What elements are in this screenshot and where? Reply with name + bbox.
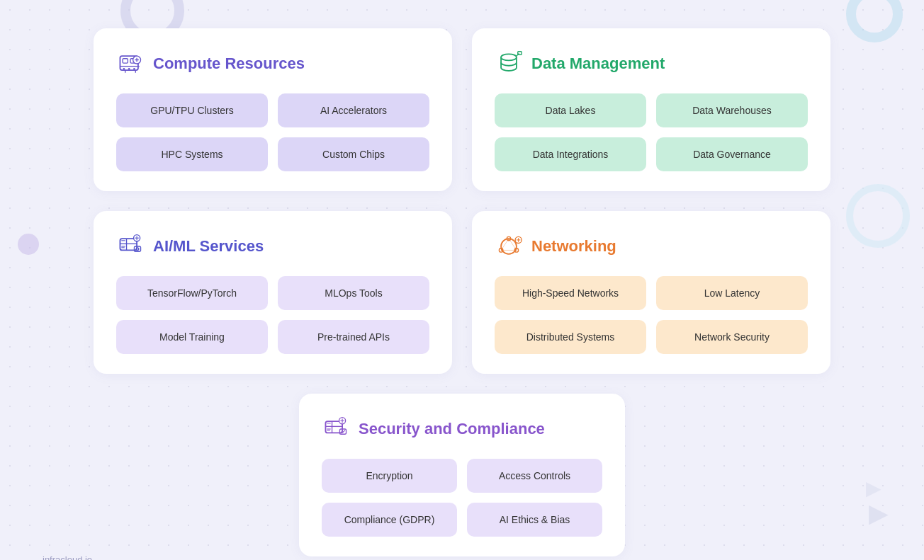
aiml-icon [116, 232, 145, 261]
networking-card: Networking High-Speed Networks Low Laten… [472, 211, 830, 374]
data-management-title: Data Management [531, 55, 665, 73]
data-management-card-header: Data Management [495, 50, 808, 78]
chip-data-warehouses: Data Warehouses [656, 93, 808, 127]
compute-items-grid: GPU/TPU Clusters AI Accelerators HPC Sys… [116, 93, 429, 171]
chip-tensorflow: TensorFlow/PyTorch [116, 276, 268, 310]
aiml-title: AI/ML Services [153, 237, 264, 256]
chip-encryption: Encryption [322, 459, 457, 493]
bg-circle-mid-left [18, 234, 39, 255]
security-items-grid: Encryption Access Controls Compliance (G… [322, 459, 602, 537]
svg-point-5 [128, 68, 130, 70]
data-management-card: Data Management Data Lakes Data Warehous… [472, 28, 830, 191]
compute-card-header: Compute Resources [116, 50, 429, 78]
svg-point-19 [136, 248, 139, 251]
svg-point-4 [123, 68, 125, 70]
chip-ai-ethics-bias: AI Ethics & Bias [467, 503, 602, 537]
chip-custom-chips: Custom Chips [278, 137, 429, 171]
compute-card: Compute Resources GPU/TPU Clusters AI Ac… [94, 28, 452, 191]
svg-rect-14 [518, 52, 522, 55]
chip-compliance-gdpr: Compliance (GDPR) [322, 503, 457, 537]
chip-mlops: MLOps Tools [278, 276, 429, 310]
networking-title: Networking [531, 237, 616, 256]
security-icon [322, 415, 350, 443]
compute-title: Compute Resources [153, 55, 305, 73]
aiml-items-grid: TensorFlow/PyTorch MLOps Tools Model Tra… [116, 276, 429, 354]
chip-ai-accelerators: AI Accelerators [278, 93, 429, 127]
networking-items-grid: High-Speed Networks Low Latency Distribu… [495, 276, 808, 354]
data-management-items-grid: Data Lakes Data Warehouses Data Integrat… [495, 93, 808, 171]
svg-point-12 [501, 54, 517, 60]
networking-card-header: Networking [495, 232, 808, 261]
chip-hpc-systems: HPC Systems [116, 137, 268, 171]
data-management-icon [495, 50, 523, 78]
security-title: Security and Compliance [359, 420, 545, 438]
aiml-card: AI/ML Services TensorFlow/PyTorch MLOps … [94, 211, 452, 374]
chip-data-governance: Data Governance [656, 137, 808, 171]
chip-high-speed-networks: High-Speed Networks [495, 276, 646, 310]
networking-icon [495, 232, 523, 261]
chip-low-latency: Low Latency [656, 276, 808, 310]
compute-icon [116, 50, 145, 78]
chip-model-training: Model Training [116, 320, 268, 354]
aiml-card-header: AI/ML Services [116, 232, 429, 261]
chip-access-controls: Access Controls [467, 459, 602, 493]
chip-distributed-systems: Distributed Systems [495, 320, 646, 354]
chip-network-security: Network Security [656, 320, 808, 354]
security-card-header: Security and Compliance [322, 415, 602, 443]
main-container: Compute Resources GPU/TPU Clusters AI Ac… [37, 0, 887, 560]
security-card: Security and Compliance Encryption Acces… [299, 394, 625, 556]
svg-point-6 [133, 68, 135, 70]
chip-data-integrations: Data Integrations [495, 137, 646, 171]
chip-gpu-tpu: GPU/TPU Clusters [116, 93, 268, 127]
chip-pretrained-apis: Pre-trained APIs [278, 320, 429, 354]
svg-rect-1 [123, 59, 128, 63]
chip-data-lakes: Data Lakes [495, 93, 646, 127]
